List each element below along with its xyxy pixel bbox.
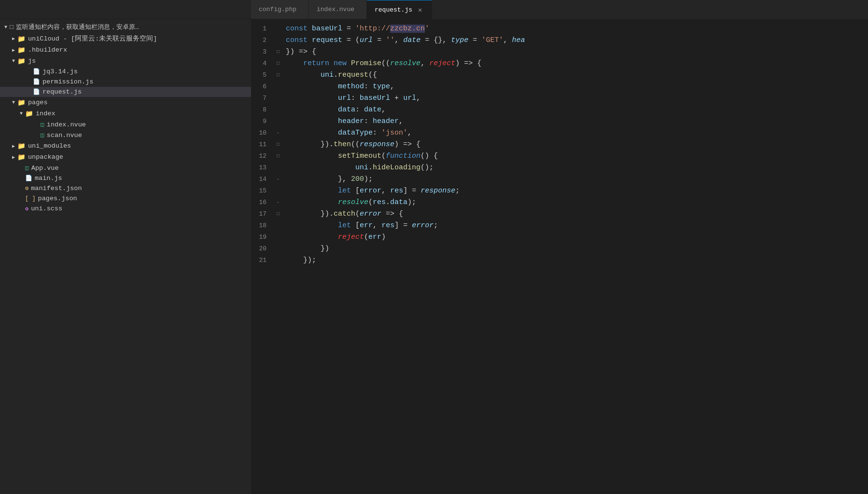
tree-manifest[interactable]: ⚙ manifest.json <box>0 183 251 193</box>
js-file-icon: 📄 <box>33 68 40 75</box>
folder-icon: 📁 <box>17 35 26 43</box>
fold-btn: - <box>274 127 282 139</box>
code-line-4: 4 □ return new Promise((resolve, reject)… <box>251 58 868 69</box>
code-line-9: 9 header: header, <box>251 116 868 127</box>
fold-btn[interactable]: □ <box>274 151 282 162</box>
tree-uni-modules[interactable]: ▶ 📁 uni_modules <box>0 140 251 151</box>
nvue-file-icon: ◫ <box>41 121 44 128</box>
line-number: 16 <box>251 197 274 208</box>
json-file-icon: [ ] <box>25 195 36 202</box>
code-line-6: 6 method: type, <box>251 81 868 93</box>
line-number: 7 <box>251 93 274 104</box>
fold-btn[interactable]: □ <box>274 208 282 220</box>
tree-app-vue[interactable]: ◫ App.vue <box>0 163 251 173</box>
code-content: header: header, <box>282 116 403 127</box>
code-content: }) <box>282 243 329 255</box>
code-line-19: 19 reject(err) <box>251 232 868 243</box>
code-content: const baseUrl = 'http://zzcbz.cn' <box>282 23 429 35</box>
scan-nvue-label: scan.nvue <box>47 132 82 139</box>
code-line-15: 15 let [error, res] = response; <box>251 185 868 197</box>
tree-uni-scss[interactable]: ✿ uni.scss <box>0 204 251 214</box>
tab-label: request.js <box>375 6 412 14</box>
app-container: config.php index.nvue request.js ✕ ▼ □ 监… <box>0 0 868 494</box>
line-number: 1 <box>251 23 274 35</box>
chevron-down-icon: ▼ <box>10 58 17 64</box>
fold-btn[interactable]: □ <box>274 139 282 151</box>
code-content: }).catch(error => { <box>282 208 403 220</box>
line-number: 13 <box>251 162 274 174</box>
tree-hbuilderx[interactable]: ▶ 📁 .hbuilderx <box>0 44 251 55</box>
tab-config-php[interactable]: config.php <box>251 0 309 19</box>
fold-btn[interactable]: □ <box>274 69 282 81</box>
code-line-21: 21 }); <box>251 255 868 266</box>
index-folder-label: index <box>36 110 56 117</box>
tab-bar: config.php index.nvue request.js ✕ <box>0 0 868 19</box>
tab-index-nvue[interactable]: index.nvue <box>309 0 367 19</box>
code-content: }, 200); <box>282 174 373 185</box>
fold-btn: - <box>274 197 282 208</box>
code-content: uni.request({ <box>282 69 377 81</box>
line-number: 20 <box>251 243 274 255</box>
manifest-label: manifest.json <box>31 185 82 192</box>
tree-jq314[interactable]: 📄 jq3.14.js <box>0 67 251 77</box>
code-content: }) => { <box>282 46 316 58</box>
tree-index-folder[interactable]: ▼ 📁 index <box>0 108 251 119</box>
line-number: 19 <box>251 232 274 243</box>
line-number: 17 <box>251 208 274 220</box>
folder-icon: 📁 <box>17 46 26 54</box>
code-content: data: date, <box>282 104 386 116</box>
code-line-10: 10 - dataType: 'json', <box>251 127 868 139</box>
code-content: dataType: 'json', <box>282 127 412 139</box>
code-content: resolve(res.data); <box>282 197 416 208</box>
code-content: }); <box>282 255 316 266</box>
code-line-13: 13 uni.hideLoading(); <box>251 162 868 174</box>
main-area: ▼ □ 监听通知栏内容，获取通知栏消息，安卓原… ▶ 📁 uniCloud - … <box>0 19 868 494</box>
gear-icon: ⚙ <box>25 185 28 192</box>
code-line-8: 8 data: date, <box>251 104 868 116</box>
code-content: let [error, res] = response; <box>282 185 460 197</box>
code-editor[interactable]: 1 const baseUrl = 'http://zzcbz.cn' 2 co… <box>251 19 868 494</box>
code-content: setTimeout(function() { <box>282 151 438 162</box>
code-line-17: 17 □ }).catch(error => { <box>251 208 868 220</box>
jq314-label: jq3.14.js <box>42 68 78 75</box>
code-line-1: 1 const baseUrl = 'http://zzcbz.cn' <box>251 23 868 35</box>
chevron-down-icon: ▼ <box>17 111 25 116</box>
main-js-label: main.js <box>35 175 62 182</box>
folder-icon: 📁 <box>17 57 26 65</box>
code-line-5: 5 □ uni.request({ <box>251 69 868 81</box>
tree-request-js[interactable]: 📄 request.js <box>0 87 251 97</box>
code-content: url: baseUrl + url, <box>282 93 420 104</box>
tree-main-js[interactable]: 📄 main.js <box>0 173 251 183</box>
js-file-icon: 📄 <box>33 78 40 85</box>
unpackage-label: unpackage <box>28 153 63 161</box>
fold-btn[interactable]: □ <box>274 58 282 69</box>
tree-unicloud[interactable]: ▶ 📁 uniCloud - [阿里云:未关联云服务空间] <box>0 33 251 44</box>
code-content: uni.hideLoading(); <box>282 162 434 174</box>
js-file-icon: 📄 <box>33 88 40 96</box>
js-file-icon: 📄 <box>25 175 32 182</box>
uni-scss-label: uni.scss <box>31 205 62 212</box>
tree-permission[interactable]: 📄 permission.js <box>0 77 251 87</box>
fold-btn[interactable]: □ <box>274 46 282 58</box>
chevron-down-icon: ▼ <box>10 100 17 105</box>
code-line-11: 11 □ }).then((response) => { <box>251 139 868 151</box>
code-line-3: 3 □ }) => { <box>251 46 868 58</box>
tree-index-nvue[interactable]: ◫ index.nvue <box>0 119 251 130</box>
close-icon[interactable]: ✕ <box>416 5 424 15</box>
tree-js-folder[interactable]: ▼ 📁 js <box>0 55 251 67</box>
tree-root[interactable]: ▼ □ 监听通知栏内容，获取通知栏消息，安卓原… <box>0 21 251 33</box>
unicloud-label: uniCloud - [阿里云:未关联云服务空间] <box>28 34 157 43</box>
line-number: 9 <box>251 116 274 127</box>
request-js-label: request.js <box>42 88 82 96</box>
tree-pages-folder[interactable]: ▼ 📁 pages <box>0 97 251 108</box>
tree-unpackage[interactable]: ▶ 📁 unpackage <box>0 151 251 163</box>
code-line-18: 18 let [err, res] = error; <box>251 220 868 232</box>
tree-scan-nvue[interactable]: ◫ scan.nvue <box>0 130 251 140</box>
line-number: 15 <box>251 185 274 197</box>
tab-request-js[interactable]: request.js ✕ <box>367 0 432 19</box>
tree-pages-json[interactable]: [ ] pages.json <box>0 193 251 204</box>
chevron-right-icon: ▶ <box>10 36 17 41</box>
code-content: }).then((response) => { <box>282 139 420 151</box>
line-number: 4 <box>251 58 274 69</box>
line-number: 12 <box>251 151 274 162</box>
